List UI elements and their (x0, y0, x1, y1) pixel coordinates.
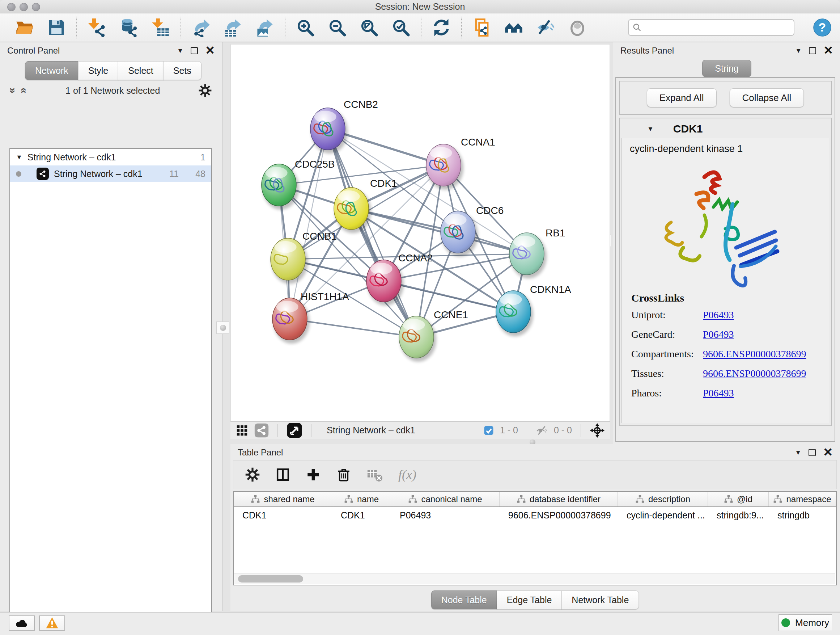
grid-view-icon[interactable] (235, 424, 248, 437)
column-header--id[interactable]: @id (708, 492, 769, 507)
collapse-all-networks-icon[interactable]: « (18, 88, 30, 94)
results-float-icon[interactable] (809, 47, 816, 54)
table-float-icon[interactable] (808, 449, 816, 456)
network-node-RB1[interactable]: RB1 (509, 227, 565, 279)
apply-preferred-layout-button[interactable] (425, 16, 457, 40)
delete-table-icon[interactable] (366, 466, 383, 483)
table-menu-icon[interactable]: ▼ (795, 449, 801, 456)
table-options-gear-icon[interactable] (245, 467, 260, 482)
open-session-button[interactable] (9, 16, 41, 40)
app-manager-button[interactable] (466, 16, 498, 40)
left-splitter-handle[interactable] (216, 321, 229, 334)
memory-button[interactable]: Memory (778, 614, 832, 631)
network-row-selected[interactable]: String Network – cdk1 11 48 (10, 165, 211, 182)
network-edge[interactable] (328, 129, 416, 337)
crosslink-value-link[interactable]: P06493 (703, 309, 734, 321)
window-title: Session: New Session (0, 0, 840, 13)
network-node-CDC6[interactable]: CDC6 (441, 205, 504, 257)
import-network-from-database-button[interactable] (113, 16, 145, 40)
crosslink-label: GeneCard: (631, 329, 703, 340)
show-columns-icon[interactable] (275, 467, 291, 482)
hide-panels-button[interactable] (530, 16, 561, 40)
selected-checkbox-icon[interactable] (483, 425, 494, 436)
network-node-HIST1H1A[interactable]: HIST1H1A (272, 291, 349, 344)
import-table-from-file-button[interactable] (145, 16, 177, 40)
table-row[interactable]: CDK1CDK1P064939606.ENSP00000378699cyclin… (234, 507, 836, 523)
panel-float-icon[interactable] (191, 47, 198, 54)
network-node-CDK1[interactable]: CDK1 (334, 178, 397, 233)
starter-panel-button[interactable] (498, 16, 530, 40)
expand-all-networks-icon[interactable]: » (7, 88, 19, 94)
column-header-shared-name[interactable]: shared name (234, 492, 332, 507)
tab-node-table[interactable]: Node Table (431, 591, 497, 609)
column-header-description[interactable]: description (618, 492, 708, 507)
tab-edge-table[interactable]: Edge Table (497, 591, 562, 609)
node-label: CDC25B (295, 158, 335, 170)
export-table-button[interactable] (217, 16, 249, 40)
gene-collapse-icon[interactable]: ▼ (647, 126, 654, 132)
collapse-all-button[interactable]: Collapse All (729, 88, 804, 107)
crosslink-row: Uniprot:P06493 (631, 309, 806, 321)
panel-close-icon[interactable]: ✕ (205, 46, 215, 55)
save-session-button[interactable] (41, 16, 73, 40)
cloud-status-button[interactable] (9, 616, 35, 631)
export-image-button[interactable] (249, 16, 281, 40)
zoom-out-button[interactable] (321, 16, 353, 40)
column-header-name[interactable]: name (332, 492, 391, 507)
network-collection-row[interactable]: ▼ String Network – cdk1 1 (10, 149, 211, 165)
table-horizontal-scrollbar[interactable] (234, 573, 835, 584)
network-list-toolbar: » « 1 of 1 Network selected (0, 81, 222, 100)
network-canvas[interactable]: CCNB2 CCNA1 CDC25B CDK1 CDC6 RB1 CCNB1 (231, 44, 610, 421)
birdseye-toggle-button[interactable] (561, 16, 593, 40)
function-builder-icon[interactable]: f(x) (398, 467, 416, 482)
tab-network[interactable]: Network (25, 61, 79, 80)
search-icon (632, 23, 642, 32)
crosslink-value-link[interactable]: 9606.ENSP00000378699 (703, 368, 806, 379)
network-node-CCNA1[interactable]: CCNA1 (426, 136, 495, 190)
zoom-selected-button[interactable] (385, 16, 417, 40)
network-graph[interactable]: CCNB2 CCNA1 CDC25B CDK1 CDC6 RB1 CCNB1 (231, 44, 609, 421)
search-input[interactable] (628, 19, 794, 36)
column-header-namespace[interactable]: namespace (769, 492, 836, 507)
network-options-gear-icon[interactable] (198, 84, 212, 97)
table-cell: 9606.ENSP00000378699 (500, 510, 618, 521)
network-node-CCNB1[interactable]: CCNB1 (271, 231, 337, 284)
results-close-icon[interactable]: ✕ (823, 46, 833, 55)
crosslink-value-link[interactable]: P06493 (703, 329, 734, 340)
detach-view-icon[interactable] (286, 423, 302, 439)
crosslink-value-link[interactable]: 9606.ENSP00000378699 (703, 348, 806, 360)
tab-style[interactable]: Style (78, 61, 118, 80)
collection-expand-icon[interactable]: ▼ (16, 154, 22, 160)
birdseye-crosshair-icon[interactable] (590, 423, 605, 438)
tab-sets[interactable]: Sets (163, 61, 202, 80)
network-node-CCNB2[interactable]: CCNB2 (310, 99, 378, 154)
add-column-icon[interactable] (306, 467, 321, 482)
tab-network-table[interactable]: Network Table (561, 591, 639, 609)
panel-menu-icon[interactable]: ▼ (177, 48, 183, 54)
hidden-eye-slash-icon[interactable] (536, 424, 548, 437)
network-view-share-icon[interactable] (254, 423, 269, 438)
node-table: shared namenamecanonical namedatabase id… (233, 491, 837, 585)
results-menu-icon[interactable]: ▼ (795, 48, 802, 54)
column-header-database-identifier[interactable]: database identifier (500, 492, 618, 507)
zoom-in-button[interactable] (289, 16, 321, 40)
tab-string[interactable]: String (702, 60, 751, 77)
warnings-button[interactable] (39, 616, 65, 631)
column-header-canonical-name[interactable]: canonical name (391, 492, 500, 507)
main-toolbar (0, 13, 840, 42)
delete-column-icon[interactable] (336, 467, 351, 482)
table-close-icon[interactable]: ✕ (823, 448, 833, 457)
gene-section-header[interactable]: ▼ CDK1 (620, 119, 831, 138)
scrollbar-thumb[interactable] (238, 575, 303, 583)
network-node-CCNE1[interactable]: CCNE1 (399, 309, 468, 362)
node-label: CDK1 (370, 178, 397, 189)
expand-all-button[interactable]: Expand All (647, 88, 717, 107)
zoom-fit-button[interactable] (353, 16, 385, 40)
tab-select[interactable]: Select (118, 61, 163, 80)
save-icon (47, 18, 66, 37)
export-network-button[interactable] (185, 16, 217, 40)
help-button[interactable] (813, 19, 831, 36)
crosslink-value-link[interactable]: P06493 (703, 387, 734, 399)
import-network-from-file-button[interactable] (81, 16, 113, 40)
network-node-CDKN1A[interactable]: CDKN1A (496, 284, 571, 336)
